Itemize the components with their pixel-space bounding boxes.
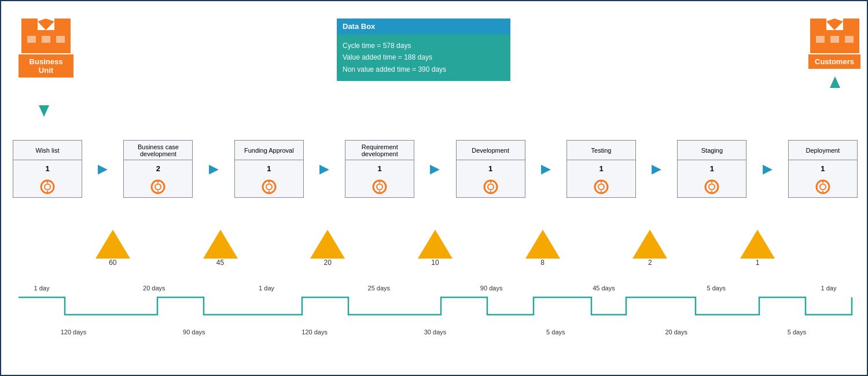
process-flow-row: Wish list 1 ▶ Business case development … (13, 140, 858, 198)
process-box-wishlist: Wish list 1 (13, 140, 82, 198)
svg-marker-7 (39, 76, 49, 117)
tl-top-0: 1 day (19, 285, 65, 292)
process-count-funding: 1 (235, 160, 303, 176)
triangle-item-5: 8 (525, 230, 560, 267)
triangle-item-2: 45 (203, 230, 238, 267)
arrow-6: ▶ (652, 161, 661, 176)
arrow-2: ▶ (209, 161, 219, 176)
process-header-wishlist: Wish list (13, 141, 82, 160)
triangle-label-7: 1 (756, 259, 760, 267)
up-arrow (825, 76, 845, 119)
tl-bot-0: 120 days (47, 329, 100, 336)
svg-point-25 (266, 184, 272, 190)
process-box-staging: Staging 1 (677, 140, 746, 198)
svg-point-21 (155, 184, 161, 190)
svg-rect-14 (845, 36, 854, 43)
svg-rect-13 (830, 36, 839, 43)
arrow-7: ▶ (763, 161, 773, 176)
process-box-deployment: Deployment 1 (788, 140, 858, 198)
tl-bot-6: 5 days (771, 329, 823, 336)
process-header-bcd: Business case development (124, 141, 192, 160)
svg-rect-5 (42, 36, 50, 43)
timeline-top-labels: 1 day 20 days 1 day 25 days 90 days 45 d… (13, 285, 858, 292)
triangle-label-4: 10 (431, 259, 439, 267)
factory-icon (21, 19, 71, 53)
business-unit: Business Unit (19, 19, 73, 78)
process-icon-staging (678, 176, 746, 197)
svg-point-33 (488, 184, 494, 190)
tl-bot-4: 5 days (529, 329, 582, 336)
tl-top-4: 90 days (468, 285, 514, 292)
value-added-time: Value added time = 188 days (343, 51, 505, 63)
timeline-section: 1 day 20 days 1 day 25 days 90 days 45 d… (13, 285, 858, 336)
triangle-label-2: 45 (216, 259, 224, 267)
svg-rect-4 (27, 36, 36, 43)
svg-marker-48 (95, 230, 130, 259)
triangle-row: 60 45 20 10 8 2 1 (1, 230, 868, 267)
svg-rect-10 (815, 20, 822, 30)
process-count-staging: 1 (678, 160, 746, 176)
arrow-5: ▶ (541, 161, 551, 176)
svg-marker-53 (632, 230, 667, 259)
svg-marker-49 (203, 230, 238, 259)
process-count-dev: 1 (457, 160, 525, 176)
process-header-dev: Development (457, 141, 525, 160)
process-icon-req (345, 176, 414, 197)
svg-point-17 (45, 184, 50, 190)
triangle-item-1: 60 (95, 230, 130, 267)
non-value-added-time: Non value added time = 390 days (343, 64, 505, 75)
process-box-testing: Testing 1 (567, 140, 636, 198)
svg-rect-2 (26, 20, 33, 30)
arrow-4: ▶ (430, 161, 440, 176)
process-header-req: Requirement development (345, 141, 414, 160)
process-header-staging: Staging (678, 141, 746, 160)
tl-top-2: 1 day (244, 285, 290, 292)
triangle-label-3: 20 (324, 259, 332, 267)
svg-point-41 (709, 184, 715, 190)
down-arrow (34, 76, 54, 119)
tl-bot-3: 30 days (409, 329, 461, 336)
process-count-deployment: 1 (789, 160, 857, 176)
process-icon-bcd (124, 176, 192, 197)
cycle-time: Cycle time = 578 days (343, 40, 505, 51)
process-box-req: Requirement development 1 (345, 140, 414, 198)
process-header-testing: Testing (567, 141, 635, 160)
process-icon-funding (235, 176, 303, 197)
process-header-deployment: Deployment (789, 141, 857, 160)
triangle-item-3: 20 (310, 230, 345, 267)
svg-rect-11 (848, 20, 855, 30)
triangle-label-6: 2 (648, 259, 652, 267)
svg-rect-3 (59, 20, 66, 30)
tl-bot-2: 120 days (289, 329, 341, 336)
process-icon-wishlist (13, 176, 82, 197)
svg-marker-15 (830, 76, 840, 117)
triangle-item-4: 10 (418, 230, 453, 267)
process-box-dev: Development 1 (456, 140, 525, 198)
triangle-item-7: 1 (740, 230, 775, 267)
arrow-1: ▶ (98, 161, 108, 176)
svg-point-45 (820, 184, 826, 190)
svg-marker-50 (310, 230, 345, 259)
process-header-funding: Funding Approval (235, 141, 303, 160)
process-icon-dev (457, 176, 525, 197)
tl-top-5: 45 days (580, 285, 627, 292)
svg-rect-12 (816, 36, 825, 43)
triangle-item-6: 2 (632, 230, 667, 267)
timeline-bottom-labels: 120 days 90 days 120 days 30 days 5 days… (13, 329, 858, 336)
timeline-svg (13, 292, 858, 326)
tl-top-7: 1 day (806, 285, 852, 292)
svg-point-29 (377, 184, 382, 190)
tl-top-1: 20 days (131, 285, 177, 292)
business-unit-label: Business Unit (19, 54, 73, 78)
arrow-3: ▶ (319, 161, 329, 176)
process-icon-deployment (789, 176, 857, 197)
data-box-header: Data Box (337, 19, 510, 34)
svg-marker-51 (418, 230, 453, 259)
customers-group: Customers (808, 19, 860, 69)
data-box-body: Cycle time = 578 days Value added time =… (337, 34, 510, 81)
customers-factory-icon (810, 19, 859, 53)
process-count-bcd: 2 (124, 160, 192, 176)
main-container: Business Unit Customers Data Box Cycle t… (1, 1, 868, 376)
tl-top-6: 5 days (693, 285, 740, 292)
triangle-label-1: 60 (109, 259, 116, 267)
